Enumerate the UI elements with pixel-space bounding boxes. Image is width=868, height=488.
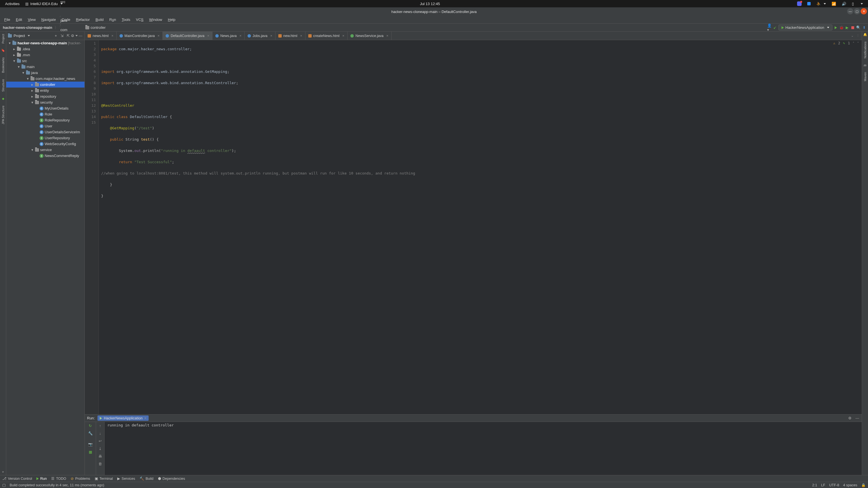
tree-row[interactable]: ▸ entity xyxy=(6,88,85,94)
tree-row[interactable]: ▾ java xyxy=(6,70,85,76)
tool-bookmarks-icon[interactable]: 🔖 xyxy=(1,48,5,52)
editor-tab[interactable]: News.java× xyxy=(213,32,245,40)
menu-run[interactable]: Run xyxy=(107,17,119,23)
tray-volume-icon[interactable]: 🔊 xyxy=(839,2,849,6)
chevron-right-icon[interactable]: ▸ xyxy=(31,94,34,99)
close-tab-icon[interactable]: × xyxy=(158,34,160,38)
tool-notifications[interactable]: Notifications xyxy=(864,40,867,60)
breadcrumb-root[interactable]: hacker-news-cloneapp-main xyxy=(2,25,53,30)
chevron-down-icon[interactable]: ▾ xyxy=(31,148,34,152)
chevron-down-icon[interactable]: ▾ xyxy=(31,100,34,104)
editor-tab[interactable]: DefaultController.java× xyxy=(163,32,213,40)
close-button[interactable]: ✕ xyxy=(861,8,867,14)
select-opened-file-icon[interactable]: ⌖ xyxy=(53,34,58,38)
maven-icon[interactable]: m xyxy=(864,64,866,67)
breadcrumb-part[interactable]: java xyxy=(59,19,83,23)
tabs-more-icon[interactable]: ⋮ xyxy=(857,34,860,38)
close-tab-icon[interactable]: × xyxy=(300,34,302,38)
scroll-end-icon[interactable]: ⤓ xyxy=(99,447,102,451)
editor-tab[interactable]: MainController.java× xyxy=(117,32,163,40)
run-config-selector[interactable]: HackerNewsApplication xyxy=(778,25,832,31)
notifications-icon[interactable]: 🔔 xyxy=(863,33,867,36)
chevron-down-icon[interactable]: ▾ xyxy=(17,65,20,69)
chevron-right-icon[interactable]: ▸ xyxy=(31,83,34,87)
activities-button[interactable]: Activities xyxy=(2,2,22,6)
menu-build[interactable]: Build xyxy=(93,17,106,23)
tool-project[interactable]: Project xyxy=(1,33,5,44)
status-encoding[interactable]: UTF-8 xyxy=(829,483,839,487)
chevron-down-icon[interactable]: ▾ xyxy=(26,76,29,81)
settings-icon[interactable]: ⚙ xyxy=(72,34,76,38)
chevron-down-icon[interactable]: ▾ xyxy=(8,41,11,45)
close-tab-icon[interactable]: × xyxy=(239,34,241,38)
inspection-widget[interactable]: ⚠2 ✎1 ˄ ˅ xyxy=(833,41,859,45)
run-settings2-icon[interactable]: 🔧 xyxy=(88,431,93,435)
tree-row[interactable]: C User xyxy=(6,123,85,129)
tool-bookmarks[interactable]: Bookmarks xyxy=(1,56,5,74)
menu-edit[interactable]: Edit xyxy=(13,17,25,23)
collapse-all-icon[interactable]: ⇱ xyxy=(66,34,70,38)
tree-row[interactable]: ▾ com.major.hacker_news xyxy=(6,76,85,82)
run-button[interactable] xyxy=(834,25,838,30)
tray-system-menu[interactable] xyxy=(857,3,866,4)
tool-jpa[interactable]: JPA Structure xyxy=(1,104,5,125)
status-tool-windows-icon[interactable]: ▢ xyxy=(2,483,6,487)
tree-row[interactable]: ▸ repository xyxy=(6,94,85,99)
close-tab-icon[interactable]: × xyxy=(144,416,147,420)
chevron-down-icon[interactable]: ▾ xyxy=(12,59,16,63)
tray-network-icon[interactable]: 📶 xyxy=(829,2,839,6)
run-settings-icon[interactable]: ⚙ xyxy=(848,416,852,421)
tree-row[interactable]: ▸ .mvn xyxy=(6,52,85,58)
close-tab-icon[interactable]: × xyxy=(207,34,209,38)
run-console[interactable]: running in defaault controller xyxy=(104,422,862,475)
tree-row[interactable]: ▾ src xyxy=(6,58,85,64)
status-lock-icon[interactable]: 🔒 xyxy=(861,483,866,487)
tool-todo[interactable]: ☰TODO xyxy=(51,477,66,481)
tray-discord-icon[interactable] xyxy=(794,1,804,6)
close-tab-icon[interactable]: × xyxy=(111,34,113,38)
tool-maven[interactable]: Maven xyxy=(864,71,867,83)
tree-row[interactable]: ▾ main xyxy=(6,64,85,70)
dump-threads-icon[interactable]: 📷 xyxy=(88,442,93,447)
layout-icon[interactable]: ▦ xyxy=(89,450,92,454)
menu-vcs[interactable]: VCS xyxy=(133,17,146,23)
breadcrumb-part[interactable]: com xyxy=(59,28,83,32)
hide-run-icon[interactable]: — xyxy=(855,416,860,421)
ide-update-icon[interactable]: ⬆ xyxy=(862,25,866,30)
chevron-down-icon[interactable] xyxy=(28,35,30,36)
menu-help[interactable]: Help xyxy=(165,17,178,23)
down-icon[interactable]: ↓ xyxy=(99,431,101,435)
menu-tools[interactable]: Tools xyxy=(119,17,133,23)
editor-content[interactable]: package com.major.hacker_news.controller… xyxy=(99,40,862,414)
tool-terminal[interactable]: ▣Terminal xyxy=(95,477,113,481)
chevron-down-icon[interactable]: ▾ xyxy=(22,71,25,75)
clear-icon[interactable]: 🗑 xyxy=(98,462,102,466)
gnome-datetime[interactable]: Jul 13 12:45 xyxy=(417,2,443,6)
prev-highlight-icon[interactable]: ˄ xyxy=(853,41,855,45)
close-tab-icon[interactable]: × xyxy=(270,34,272,38)
tree-row[interactable]: I UserRepository xyxy=(6,135,85,141)
tray-accessibility-icon[interactable]: ⛹ xyxy=(813,2,829,6)
menu-view[interactable]: View xyxy=(25,17,38,23)
tray-zoom-icon[interactable] xyxy=(804,2,813,5)
close-tab-icon[interactable]: × xyxy=(342,34,344,38)
tree-row[interactable]: I RoleRepository xyxy=(6,117,85,123)
tree-row[interactable]: I NewsCommentReply xyxy=(6,153,85,159)
tool-problems[interactable]: ⊘Problems xyxy=(71,477,90,481)
tool-run[interactable]: Run xyxy=(36,477,46,481)
code-editor[interactable]: 123456789101112131415 package com.major.… xyxy=(85,40,862,414)
editor-tab[interactable]: Jobs.java× xyxy=(245,32,276,40)
minimize-button[interactable]: — xyxy=(847,8,853,14)
debug-button[interactable]: 🐞 xyxy=(839,25,844,30)
tree-row[interactable]: ▾ security xyxy=(6,99,85,105)
tabs-dropdown-icon[interactable]: ⌄ xyxy=(851,34,854,38)
tool-more-icon[interactable]: » xyxy=(2,470,4,473)
tool-dependencies[interactable]: ⬢Dependencies xyxy=(158,477,185,481)
status-indent[interactable]: 4 spaces xyxy=(843,483,857,487)
chevron-right-icon[interactable]: ▸ xyxy=(12,47,16,51)
chevron-right-icon[interactable]: ▸ xyxy=(31,88,34,93)
editor-tab[interactable]: new.html× xyxy=(276,32,305,40)
tool-build[interactable]: 🔨Build xyxy=(140,477,153,481)
tree-row[interactable]: C UserDetailsServiceIm xyxy=(6,129,85,135)
tree-row[interactable]: C WebSecurityConfig xyxy=(6,141,85,147)
